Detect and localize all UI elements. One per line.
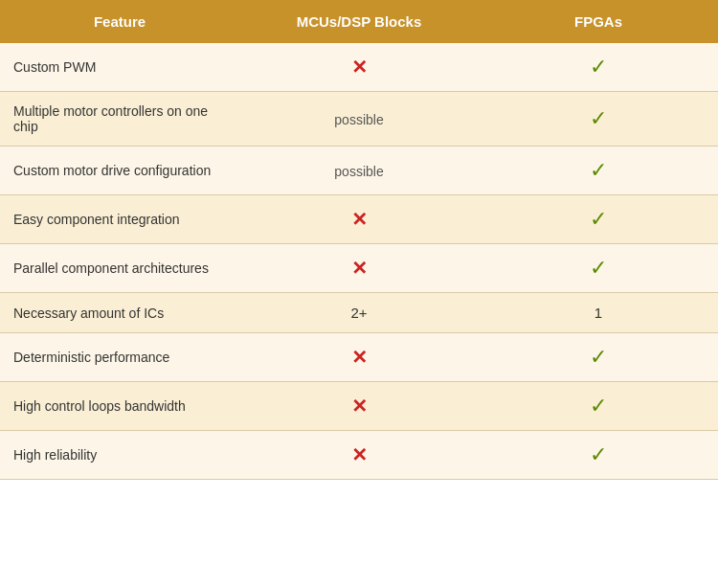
mcu-cell: ✕ (239, 333, 479, 382)
table-row: Multiple motor controllers on one chippo… (0, 92, 718, 147)
fpga-value: ✓ (590, 158, 607, 182)
fpga-cell: ✓ (479, 333, 718, 382)
mcu-cell: possible (239, 147, 479, 195)
mcu-value: ✕ (351, 57, 368, 78)
mcu-value: ✕ (351, 396, 368, 417)
fpga-cell: ✓ (479, 382, 718, 431)
fpga-cell: ✓ (479, 195, 718, 244)
mcu-value: 2+ (350, 305, 367, 321)
feature-cell: Multiple motor controllers on one chip (0, 92, 239, 147)
mcu-cell: ✕ (239, 195, 479, 244)
feature-cell: Easy component integration (0, 195, 239, 244)
fpga-value: ✓ (590, 55, 607, 79)
header-feature: Feature (0, 0, 239, 43)
mcu-cell: 2+ (239, 293, 479, 333)
fpga-value: ✓ (590, 207, 607, 231)
feature-cell: Deterministic performance (0, 333, 239, 382)
mcu-value: ✕ (351, 347, 368, 368)
header-fpga: FPGAs (479, 0, 718, 43)
table-row: High control loops bandwidth✕✓ (0, 382, 718, 431)
fpga-value: ✓ (590, 345, 607, 369)
fpga-value: 1 (595, 305, 602, 321)
fpga-value: ✓ (590, 106, 607, 130)
fpga-cell: 1 (479, 293, 718, 333)
table-row: Necessary amount of ICs2+1 (0, 293, 718, 333)
mcu-value: ✕ (351, 209, 368, 230)
mcu-cell: possible (239, 92, 479, 147)
mcu-cell: ✕ (239, 244, 479, 293)
fpga-cell: ✓ (479, 147, 718, 195)
mcu-value: ✕ (351, 258, 368, 279)
fpga-value: ✓ (590, 394, 607, 418)
fpga-value: ✓ (590, 256, 607, 280)
feature-cell: Parallel component architectures (0, 244, 239, 293)
feature-cell: Custom motor drive configuration (0, 147, 239, 195)
mcu-value: ✕ (351, 444, 368, 465)
fpga-cell: ✓ (479, 92, 718, 147)
feature-cell: Custom PWM (0, 43, 239, 92)
fpga-cell: ✓ (479, 244, 718, 293)
mcu-cell: ✕ (239, 431, 479, 480)
comparison-table: Feature MCUs/DSP Blocks FPGAs Custom PWM… (0, 0, 718, 480)
table-row: Deterministic performance✕✓ (0, 333, 718, 382)
table-row: High reliability✕✓ (0, 431, 718, 480)
mcu-value: possible (334, 164, 383, 179)
fpga-cell: ✓ (479, 43, 718, 92)
feature-cell: High reliability (0, 431, 239, 480)
mcu-value: possible (334, 112, 383, 127)
table-row: Parallel component architectures✕✓ (0, 244, 718, 293)
fpga-value: ✓ (590, 442, 607, 466)
comparison-table-container: Feature MCUs/DSP Blocks FPGAs Custom PWM… (0, 0, 718, 480)
feature-cell: Necessary amount of ICs (0, 293, 239, 333)
table-row: Custom PWM✕✓ (0, 43, 718, 92)
header-mcu: MCUs/DSP Blocks (239, 0, 479, 43)
mcu-cell: ✕ (239, 382, 479, 431)
feature-cell: High control loops bandwidth (0, 382, 239, 431)
table-row: Custom motor drive configurationpossible… (0, 147, 718, 195)
fpga-cell: ✓ (479, 431, 718, 480)
mcu-cell: ✕ (239, 43, 479, 92)
table-row: Easy component integration✕✓ (0, 195, 718, 244)
